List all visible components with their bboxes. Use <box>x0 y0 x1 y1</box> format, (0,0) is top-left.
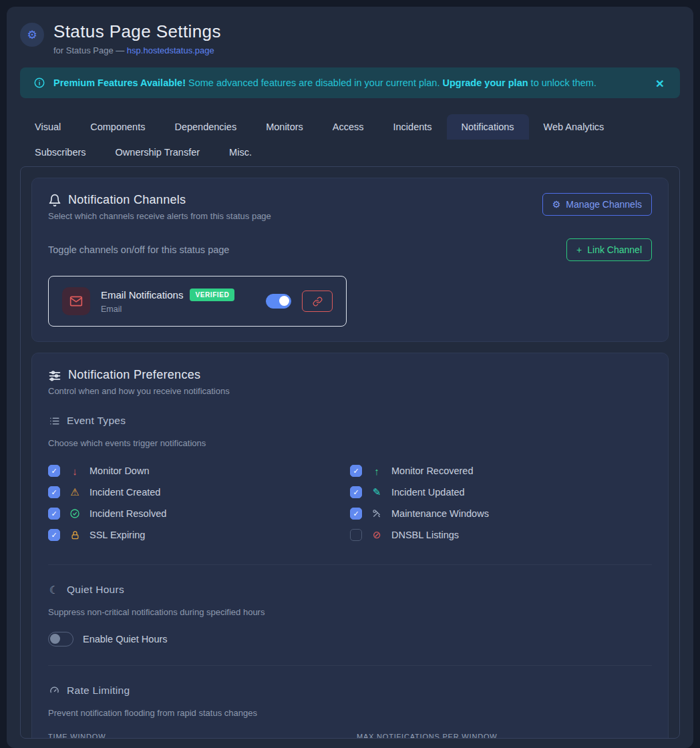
banner-tail: to unlock them. <box>528 77 596 88</box>
manage-channels-label: Manage Channels <box>566 199 642 210</box>
tab-access[interactable]: Access <box>318 114 379 140</box>
checkbox[interactable]: ✓ <box>350 508 362 520</box>
info-icon <box>33 77 45 89</box>
quiet-hours-title: Quiet Hours <box>67 584 124 596</box>
checkbox[interactable]: ✓ <box>350 529 362 541</box>
event-type-incident-created[interactable]: ✓ ⚠ Incident Created <box>48 482 350 503</box>
tab-ownership-transfer[interactable]: Ownership Transfer <box>101 140 215 165</box>
gear-icon: ⚙ <box>552 199 561 210</box>
checkbox[interactable]: ✓ <box>48 486 60 498</box>
checkbox[interactable]: ✓ <box>48 529 60 541</box>
check-icon: ✓ <box>353 467 359 476</box>
time-window-label: TIME WINDOW <box>48 733 343 739</box>
event-type-monitor-down[interactable]: ✓ ↓ Monitor Down <box>48 460 350 482</box>
mail-icon <box>62 287 90 315</box>
unlink-channel-button[interactable] <box>302 291 333 312</box>
tools-icon <box>371 508 383 519</box>
tab-dependencies[interactable]: Dependencies <box>160 114 251 140</box>
event-type-incident-resolved[interactable]: ✓ Incident Resolved <box>48 503 350 524</box>
arrow-up-icon: ↑ <box>371 465 383 477</box>
check-icon: ✓ <box>51 510 57 518</box>
manage-channels-button[interactable]: ⚙ Manage Channels <box>542 193 652 216</box>
link-channel-button[interactable]: + Link Channel <box>566 238 652 261</box>
channel-name: Email Notifications <box>101 289 183 301</box>
checkbox[interactable]: ✓ <box>350 465 362 477</box>
tab-misc[interactable]: Misc. <box>214 140 267 165</box>
tab-visual[interactable]: Visual <box>20 114 75 140</box>
event-type-ssl-expiring[interactable]: ✓ SSL Expiring <box>48 524 350 546</box>
tab-components[interactable]: Components <box>75 114 160 140</box>
status-page-link[interactable]: hsp.hostedstatus.page <box>127 45 214 55</box>
channels-subtitle: Select which channels receive alerts fro… <box>48 211 271 221</box>
tab-incidents[interactable]: Incidents <box>379 114 447 140</box>
checkbox[interactable]: ✓ <box>48 465 60 477</box>
event-types-subtitle: Choose which events trigger notification… <box>48 438 652 448</box>
settings-tabs: Visual Components Dependencies Monitors … <box>20 114 680 165</box>
quiet-hours-subtitle: Suppress non-critical notifications duri… <box>48 607 652 617</box>
event-types-title: Event Types <box>67 415 126 427</box>
email-channel-toggle[interactable] <box>266 294 291 309</box>
toggle-channels-hint: Toggle channels on/off for this status p… <box>48 244 229 255</box>
tab-monitors[interactable]: Monitors <box>251 114 318 140</box>
moon-icon: ☾ <box>48 584 60 596</box>
check-icon: ✓ <box>353 510 359 518</box>
event-type-maintenance-windows[interactable]: ✓ Maintenance Windows <box>350 503 652 524</box>
list-icon <box>48 415 60 427</box>
gauge-icon <box>48 685 60 697</box>
max-notifications-label: MAX NOTIFICATIONS PER WINDOW <box>357 733 652 739</box>
email-channel-card: Email Notifications VERIFIED Email <box>48 276 347 327</box>
checkbox[interactable]: ✓ <box>350 486 362 498</box>
check-icon: ✓ <box>353 488 359 497</box>
no-entry-icon: ⊘ <box>371 529 383 541</box>
link-icon <box>313 297 323 307</box>
settings-page: ⚙ Status Page Settings for Status Page —… <box>7 7 693 748</box>
check-icon: ✓ <box>51 488 57 497</box>
preferences-subtitle: Control when and how you receive notific… <box>48 386 652 396</box>
upgrade-plan-link[interactable]: Upgrade your plan <box>442 77 528 88</box>
event-types-grid: ✓ ↓ Monitor Down ✓ ⚠ Incident Created ✓ … <box>48 460 652 546</box>
preferences-title: Notification Preferences <box>68 368 200 382</box>
event-type-incident-updated[interactable]: ✓ ✎ Incident Updated <box>350 482 652 503</box>
bell-icon <box>48 194 61 207</box>
tab-subscribers[interactable]: Subscribers <box>20 140 101 165</box>
premium-banner: Premium Features Available! Some advance… <box>20 67 680 98</box>
rate-limiting-title: Rate Limiting <box>67 685 130 697</box>
warning-icon: ⚠ <box>69 486 81 498</box>
event-type-monitor-recovered[interactable]: ✓ ↑ Monitor Recovered <box>350 460 652 482</box>
toggle-knob <box>50 634 60 644</box>
event-type-label: DNSBL Listings <box>391 530 459 540</box>
channel-type: Email <box>101 305 255 314</box>
tab-web-analytics[interactable]: Web Analytics <box>529 114 619 140</box>
event-type-label: Incident Updated <box>391 487 465 498</box>
event-type-label: SSL Expiring <box>90 530 145 540</box>
section-divider <box>48 564 652 565</box>
arrow-down-icon: ↓ <box>69 465 81 477</box>
quiet-hours-toggle-label: Enable Quiet Hours <box>83 634 168 644</box>
verified-badge: VERIFIED <box>190 289 234 301</box>
circle-check-icon <box>69 508 81 519</box>
toggle-knob <box>279 296 289 306</box>
notification-preferences-card: Notification Preferences Control when an… <box>31 353 669 739</box>
banner-text: Some advanced features are disabled in y… <box>186 77 442 88</box>
check-icon: ✓ <box>51 467 57 476</box>
channels-title: Notification Channels <box>68 193 186 207</box>
check-icon: ✓ <box>51 531 57 540</box>
lock-icon <box>69 530 81 540</box>
event-type-label: Maintenance Windows <box>391 508 489 519</box>
sliders-icon <box>48 369 61 382</box>
event-type-label: Incident Resolved <box>90 508 166 519</box>
checkbox[interactable]: ✓ <box>48 508 60 520</box>
quiet-hours-toggle[interactable] <box>48 632 73 646</box>
event-type-dnsbl-listings[interactable]: ✓ ⊘ DNSBL Listings <box>350 524 652 546</box>
plus-icon: + <box>576 244 582 255</box>
pencil-icon: ✎ <box>371 486 383 498</box>
tab-notifications[interactable]: Notifications <box>447 114 529 140</box>
page-header: ⚙ Status Page Settings for Status Page —… <box>20 21 680 55</box>
rate-limiting-subtitle: Prevent notification flooding from rapid… <box>48 708 652 718</box>
banner-bold-lead: Premium Features Available! <box>53 77 186 88</box>
link-channel-label: Link Channel <box>587 244 642 255</box>
page-title: Status Page Settings <box>53 21 221 42</box>
page-subtitle: for Status Page — hsp.hostedstatus.page <box>53 45 221 55</box>
gear-icon: ⚙ <box>20 23 44 47</box>
banner-close-button[interactable]: × <box>653 75 667 91</box>
